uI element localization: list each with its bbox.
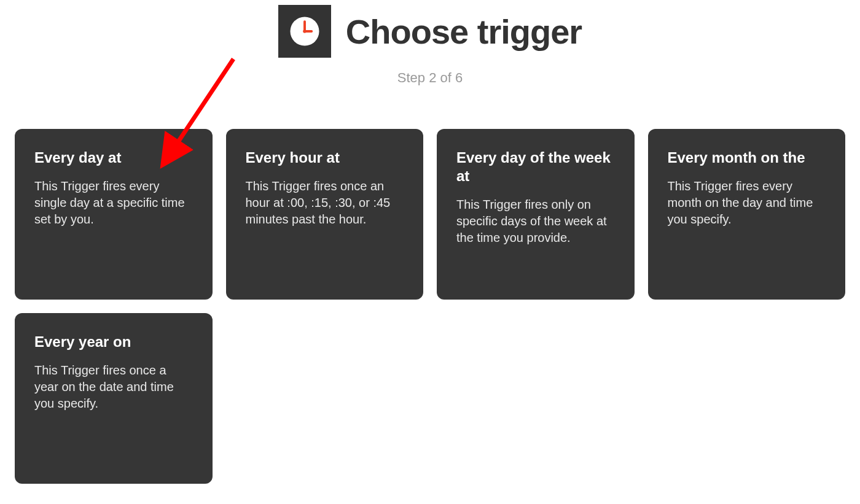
- trigger-card-description: This Trigger fires once an hour at :00, …: [246, 178, 404, 228]
- page-header: Choose trigger: [0, 5, 860, 58]
- trigger-card-title: Every month on the: [668, 149, 826, 167]
- trigger-card-description: This Trigger fires every single day at a…: [34, 178, 193, 228]
- trigger-card-description: This Trigger fires only on specific days…: [456, 196, 615, 246]
- trigger-card-every-day-at[interactable]: Every day at This Trigger fires every si…: [15, 129, 213, 300]
- trigger-card-title: Every day of the week at: [456, 149, 615, 185]
- trigger-card-every-year[interactable]: Every year on This Trigger fires once a …: [15, 313, 213, 484]
- clock-icon: [287, 14, 322, 48]
- trigger-card-description: This Trigger fires once a year on the da…: [34, 362, 193, 412]
- service-icon-container: [278, 5, 331, 58]
- trigger-grid: Every day at This Trigger fires every si…: [0, 129, 860, 484]
- trigger-card-every-month[interactable]: Every month on the This Trigger fires ev…: [648, 129, 846, 300]
- page-title: Choose trigger: [346, 12, 582, 52]
- trigger-card-title: Every year on: [34, 333, 193, 351]
- trigger-card-every-day-of-week[interactable]: Every day of the week at This Trigger fi…: [437, 129, 635, 300]
- svg-point-3: [303, 29, 307, 33]
- trigger-card-title: Every hour at: [246, 149, 404, 167]
- step-indicator: Step 2 of 6: [0, 70, 860, 86]
- trigger-card-description: This Trigger fires every month on the da…: [668, 178, 826, 228]
- trigger-card-title: Every day at: [34, 149, 193, 167]
- trigger-card-every-hour-at[interactable]: Every hour at This Trigger fires once an…: [226, 129, 424, 300]
